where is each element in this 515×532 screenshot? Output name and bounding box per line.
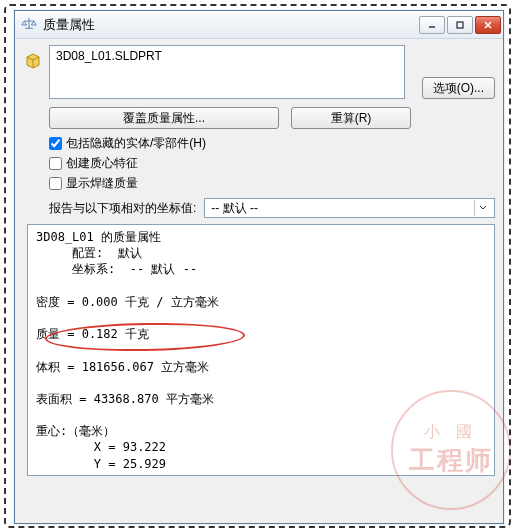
show-weld-label: 显示焊缝质量 <box>66 175 138 192</box>
out-cz: Z = 0.000 <box>36 473 159 476</box>
close-button[interactable] <box>475 16 501 34</box>
window-title: 质量属性 <box>43 16 419 34</box>
mass-properties-window: 质量属性 3D08_L01.SLDPRT 选项(O)... 覆盖质量属性... … <box>14 10 504 524</box>
options-button[interactable]: 选项(O)... <box>422 77 495 99</box>
svg-rect-1 <box>457 22 463 28</box>
out-cy: Y = 25.929 <box>36 457 166 471</box>
out-header: 3D08_L01 的质量属性 <box>36 230 161 244</box>
coord-system-selected: -- 默认 -- <box>211 200 258 217</box>
part-file-icon <box>23 51 43 71</box>
results-textbox[interactable]: 3D08_L01 的质量属性 配置: 默认 坐标系: -- 默认 -- 密度 =… <box>27 224 495 476</box>
coord-system-label: 报告与以下项相对的坐标值: <box>49 200 196 217</box>
recalculate-button[interactable]: 重算(R) <box>291 107 411 129</box>
create-com-label: 创建质心特征 <box>66 155 138 172</box>
show-weld-checkbox-row[interactable]: 显示焊缝质量 <box>49 175 495 192</box>
out-mass: 质量 = 0.182 千克 <box>36 327 149 341</box>
include-hidden-checkbox-row[interactable]: 包括隐藏的实体/零部件(H) <box>49 135 495 152</box>
out-coordsys: 坐标系: -- 默认 -- <box>36 262 197 276</box>
client-area: 3D08_L01.SLDPRT 选项(O)... 覆盖质量属性... 重算(R)… <box>15 39 503 523</box>
out-config: 配置: 默认 <box>36 246 142 260</box>
out-cx: X = 93.222 <box>36 440 166 454</box>
balance-scale-icon <box>21 17 37 33</box>
include-hidden-label: 包括隐藏的实体/零部件(H) <box>66 135 206 152</box>
minimize-button[interactable] <box>419 16 445 34</box>
include-hidden-checkbox[interactable] <box>49 137 62 150</box>
show-weld-checkbox[interactable] <box>49 177 62 190</box>
out-centroid-h: 重心:（毫米） <box>36 424 115 438</box>
maximize-button[interactable] <box>447 16 473 34</box>
chevron-down-icon <box>474 200 490 216</box>
out-volume: 体积 = 181656.067 立方毫米 <box>36 360 209 374</box>
out-density: 密度 = 0.000 千克 / 立方毫米 <box>36 295 219 309</box>
create-com-checkbox-row[interactable]: 创建质心特征 <box>49 155 495 172</box>
selected-file-name: 3D08_L01.SLDPRT <box>56 49 162 63</box>
override-mass-props-button[interactable]: 覆盖质量属性... <box>49 107 279 129</box>
create-com-checkbox[interactable] <box>49 157 62 170</box>
out-surface: 表面积 = 43368.870 平方毫米 <box>36 392 214 406</box>
selected-items-list[interactable]: 3D08_L01.SLDPRT <box>49 45 405 99</box>
coord-system-dropdown[interactable]: -- 默认 -- <box>204 198 495 218</box>
titlebar: 质量属性 <box>15 11 503 39</box>
